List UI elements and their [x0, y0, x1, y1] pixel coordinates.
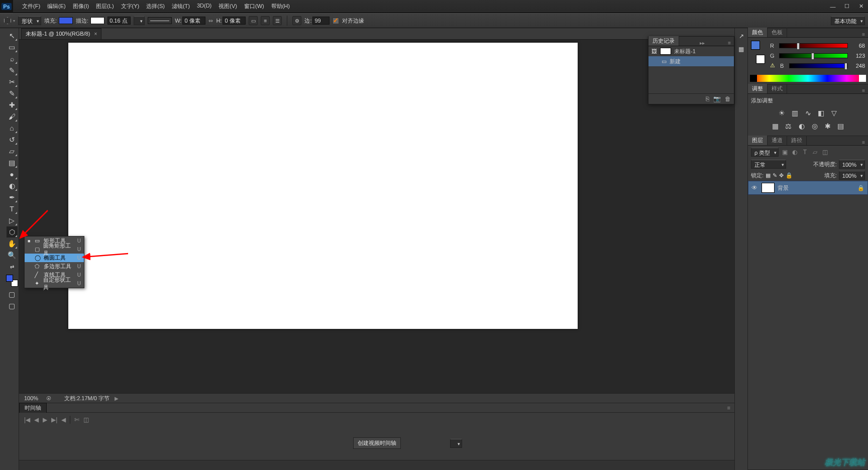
menu-image[interactable]: 图像(I): [70, 1, 92, 12]
type-tool[interactable]: T: [7, 203, 18, 214]
nav-icon[interactable]: ⦿: [43, 396, 54, 401]
zoom-tool[interactable]: 🔍: [7, 250, 18, 261]
tab-history[interactable]: 历史记录: [648, 36, 679, 46]
menu-type[interactable]: 文字(Y): [118, 1, 143, 12]
opacity-field[interactable]: 100%: [839, 160, 865, 169]
path-op-button[interactable]: ▭: [249, 16, 258, 25]
eraser-tool[interactable]: ▱: [7, 146, 18, 157]
menu-layer[interactable]: 图层(L): [93, 1, 117, 12]
camera-icon[interactable]: 📷: [713, 95, 721, 102]
arrange-button[interactable]: ☰: [273, 16, 282, 25]
close-tab-icon[interactable]: ×: [94, 31, 97, 37]
filter-shape-icon[interactable]: ▱: [811, 148, 819, 156]
filter-img-icon[interactable]: ▣: [781, 148, 789, 156]
adj-bw-icon[interactable]: ◐: [797, 122, 806, 131]
color-swatch-thumb[interactable]: [751, 41, 765, 64]
tab-channels[interactable]: 通道: [768, 136, 787, 145]
stroke-style-dropdown[interactable]: [148, 17, 172, 24]
width-field[interactable]: 0 像素: [182, 17, 205, 25]
height-field[interactable]: 0 像素: [223, 17, 246, 25]
tab-layers[interactable]: 图层: [748, 136, 768, 145]
link-icon[interactable]: ⇔: [208, 18, 213, 24]
canvas[interactable]: [68, 43, 578, 329]
zoom-field[interactable]: 100%: [19, 395, 43, 401]
trash-icon[interactable]: 🗑: [725, 95, 731, 102]
menu-3d[interactable]: 3D(D): [194, 1, 214, 12]
tl-last[interactable]: ◀: [61, 416, 66, 423]
dock-cursor-icon[interactable]: ↗: [736, 31, 746, 41]
menu-help[interactable]: 帮助(H): [268, 1, 293, 12]
swap-tool[interactable]: ⇄: [7, 261, 18, 272]
filter-type-icon[interactable]: T: [801, 148, 809, 156]
lock-pixels-icon[interactable]: ▦: [766, 172, 771, 179]
marquee-tool[interactable]: ▭: [7, 42, 18, 53]
lock-pos-icon[interactable]: ✥: [779, 172, 784, 179]
tab-color[interactable]: 颜色: [748, 28, 768, 37]
adj-photo-icon[interactable]: ◎: [810, 122, 819, 131]
align-edges-checkbox[interactable]: [333, 18, 339, 24]
adj-lut-icon[interactable]: ▤: [836, 122, 845, 131]
move-tool[interactable]: ↖: [7, 30, 18, 41]
fg-bg-colors[interactable]: [6, 275, 18, 287]
panel-menu-icon[interactable]: ≡: [859, 32, 868, 37]
dodge-tool[interactable]: ◐: [7, 180, 18, 191]
minimize-button[interactable]: —: [826, 1, 840, 12]
menu-view[interactable]: 视图(V): [215, 1, 240, 12]
document-tab[interactable]: 未标题-1 @ 100%(RGB/8) ×: [21, 28, 101, 39]
lock-all-icon[interactable]: 🔒: [786, 172, 793, 179]
menu-file[interactable]: 文件(F): [19, 1, 43, 12]
canvas-area[interactable]: [19, 40, 734, 393]
adj-brightness-icon[interactable]: ☀: [778, 108, 787, 118]
shape-tool[interactable]: ⬡: [7, 226, 18, 238]
tab-styles[interactable]: 样式: [768, 84, 787, 93]
fill-opacity-field[interactable]: 100%: [839, 171, 865, 180]
adj-mixer-icon[interactable]: ✱: [823, 122, 832, 131]
panel-menu-icon[interactable]: ≡: [725, 40, 734, 46]
dock-grid-icon[interactable]: ▦: [736, 44, 746, 54]
tab-adjust[interactable]: 调整: [748, 84, 768, 93]
pen-tool[interactable]: ✒: [7, 192, 18, 203]
status-menu-arrow[interactable]: ▶: [115, 396, 119, 401]
flyout-roundrect[interactable]: ▢圆角矩形工具U: [25, 245, 84, 254]
adj-exposure-icon[interactable]: ◧: [817, 108, 826, 118]
timeline-menu-icon[interactable]: ≡: [723, 405, 734, 411]
path-select-tool[interactable]: ▷: [7, 215, 18, 226]
stroke-width-dropdown[interactable]: [134, 16, 145, 25]
tab-paths[interactable]: 路径: [787, 136, 807, 145]
brush-tool[interactable]: 🖌: [7, 111, 18, 122]
gear-icon[interactable]: ⚙: [292, 16, 301, 25]
tl-scissors-icon[interactable]: ✄: [74, 416, 79, 423]
quickmask-button[interactable]: ▢: [8, 290, 16, 298]
hand-tool[interactable]: ✋: [7, 238, 18, 249]
tab-swatches[interactable]: 色板: [768, 28, 787, 37]
maximize-button[interactable]: ☐: [840, 1, 854, 12]
flyout-ellipse[interactable]: ◯椭圆工具U: [25, 254, 84, 262]
filter-adj-icon[interactable]: ◐: [791, 148, 799, 156]
tl-play[interactable]: ▶: [43, 416, 47, 423]
layer-name[interactable]: 背景: [778, 184, 789, 192]
history-step[interactable]: ▭ 新建: [648, 56, 734, 66]
align-button[interactable]: ≡: [261, 16, 270, 25]
blend-mode-dropdown[interactable]: 正常: [751, 160, 786, 169]
sides-field[interactable]: 99: [312, 17, 330, 25]
history-doc-row[interactable]: 🖼 未标题-1: [648, 46, 734, 56]
flyout-polygon[interactable]: ⬠多边形工具U: [25, 262, 84, 271]
layer-item[interactable]: 👁 背景 🔒: [748, 181, 868, 195]
panel-menu-icon[interactable]: ≡: [859, 140, 868, 145]
shape-mode-dropdown[interactable]: 形状: [18, 16, 41, 25]
fill-swatch[interactable]: [59, 17, 73, 24]
healing-tool[interactable]: ✚: [7, 99, 18, 110]
collapse-icon[interactable]: ▸▸: [697, 40, 708, 46]
eyedropper-tool[interactable]: ✎: [7, 88, 18, 99]
stamp-tool[interactable]: ⌂: [7, 123, 18, 134]
create-timeline-button[interactable]: 创建视频时间轴: [353, 437, 401, 449]
visibility-icon[interactable]: 👁: [751, 184, 758, 191]
timeline-tab[interactable]: 时间轴: [19, 403, 47, 413]
workspace-dropdown[interactable]: 基本功能: [831, 16, 865, 25]
adj-curves-icon[interactable]: ∿: [804, 108, 813, 118]
screenmode-button[interactable]: ▢: [8, 302, 16, 310]
tl-first[interactable]: |◀: [24, 416, 30, 423]
crop-tool[interactable]: ✂: [7, 76, 18, 87]
menu-edit[interactable]: 编辑(E): [44, 1, 69, 12]
quickselect-tool[interactable]: ✎: [7, 65, 18, 76]
